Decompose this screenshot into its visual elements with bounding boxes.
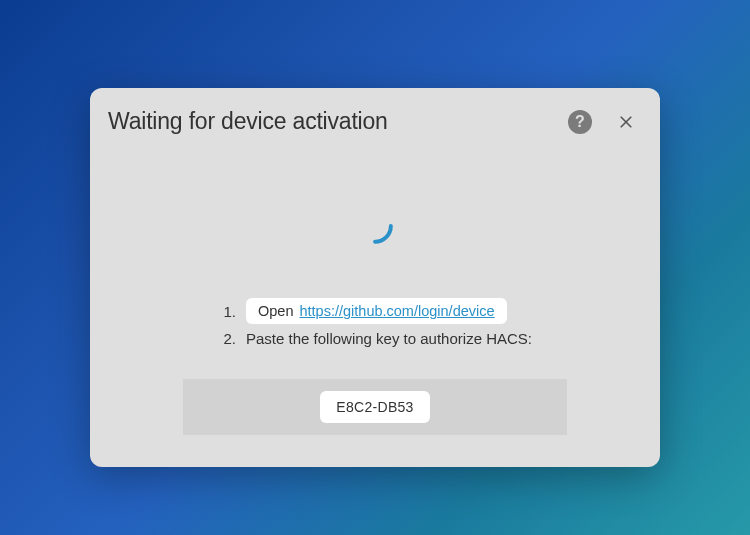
instruction-step-1: 1. Open https://github.com/login/device <box>218 298 532 324</box>
loading-spinner-icon <box>353 204 397 248</box>
step-number: 2. <box>218 330 236 347</box>
modal-header: Waiting for device activation ? <box>90 88 660 159</box>
activation-modal: Waiting for device activation ? 1. Open … <box>90 88 660 467</box>
help-icon[interactable]: ? <box>568 110 592 134</box>
instructions-list: 1. Open https://github.com/login/device … <box>218 298 532 353</box>
instruction-step-2: 2. Paste the following key to authorize … <box>218 330 532 347</box>
instruction-text: Paste the following key to authorize HAC… <box>246 330 532 347</box>
open-label: Open <box>258 303 293 319</box>
device-login-link[interactable]: https://github.com/login/device <box>299 303 494 319</box>
spinner-wrap <box>108 159 642 298</box>
activation-key-box: E8C2-DB53 <box>183 379 567 435</box>
modal-body: 1. Open https://github.com/login/device … <box>90 159 660 467</box>
close-icon[interactable] <box>614 110 638 134</box>
open-url-pill[interactable]: Open https://github.com/login/device <box>246 298 507 324</box>
svg-point-2 <box>359 210 391 242</box>
modal-title: Waiting for device activation <box>108 108 568 135</box>
step-number: 1. <box>218 303 236 320</box>
activation-key[interactable]: E8C2-DB53 <box>320 391 429 423</box>
